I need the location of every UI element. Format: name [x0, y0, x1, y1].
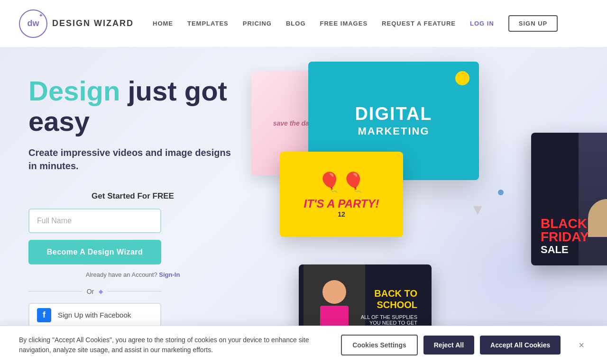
nav-blog[interactable]: BLOG — [286, 20, 306, 27]
nav-templates[interactable]: TEMPLATES — [187, 20, 229, 27]
cookie-close-button[interactable]: × — [575, 338, 588, 353]
cookies-settings-button[interactable]: Cookies Settings — [341, 335, 418, 355]
facebook-icon: f — [37, 308, 51, 322]
accept-cookies-button[interactable]: Accept All Cookies — [480, 336, 561, 355]
become-wizard-button[interactable]: Become A Design Wizard — [28, 240, 161, 264]
signup-form: Get Started For FREE Become A Design Wiz… — [28, 191, 237, 328]
monitor-inner: DIGITAL MARKETING — [345, 95, 441, 147]
cookie-buttons: Cookies Settings Reject All Accept All C… — [341, 335, 561, 355]
dot-decoration-blue — [498, 190, 504, 195]
marketing-title: MARKETING — [355, 125, 432, 137]
logo-text: DESIGN WIZARD — [52, 18, 134, 28]
or-text: Or — [87, 288, 94, 295]
nav-login[interactable]: LOG IN — [470, 20, 494, 27]
school-person-head — [322, 280, 346, 304]
hero-right: ▶ save the date ⚙ DIGITAL MARKETING — [261, 47, 607, 364]
monitor-dot — [455, 71, 469, 85]
hero-title: Design just got easy — [28, 76, 237, 136]
nav-home[interactable]: HOME — [153, 20, 173, 27]
cookie-banner: By clicking "Accept All Cookies", you ag… — [0, 326, 607, 364]
arrow-decoration: ▶ — [472, 206, 485, 215]
nav-free-images[interactable]: FREE IMAGES — [320, 20, 368, 27]
nav-pricing[interactable]: PRICING — [243, 20, 272, 27]
school-text: Back toSchool — [361, 288, 417, 310]
main-nav: HOME TEMPLATES PRICING BLOG FREE IMAGES … — [153, 15, 588, 32]
school-text-area: Back toSchool ALL OF THE SUPPLIESYOU NEE… — [361, 288, 422, 331]
full-name-input[interactable] — [28, 209, 161, 233]
nav-signup-button[interactable]: SIGN UP — [508, 15, 558, 32]
hero-subtitle: Create impressive videos and image desig… — [28, 146, 237, 173]
get-started-label: Get Started For FREE — [28, 191, 237, 201]
already-account-text: Already have an Account? Sign-In — [28, 271, 237, 278]
black-friday-card: BLACKFRIDAY SALE — [531, 133, 607, 265]
diamond-icon: ◆ — [99, 288, 103, 295]
party-title: IT'S A PARTY! — [304, 197, 379, 210]
design-showcase: ▶ save the date ⚙ DIGITAL MARKETING — [261, 47, 607, 364]
hero-section: Design just got easy Create impressive v… — [0, 47, 607, 364]
divider-line-right — [108, 291, 161, 291]
cookie-text: By clicking "Accept All Cookies", you ag… — [19, 335, 327, 355]
nav-request-feature[interactable]: REQUEST A FEATURE — [382, 20, 456, 27]
facebook-button-label: Sign Up with Facebook — [58, 311, 131, 319]
party-balloons-icon: 🎈🎈 — [318, 171, 365, 193]
sign-in-link[interactable]: Sign-In — [159, 271, 180, 278]
reject-cookies-button[interactable]: Reject All — [423, 336, 474, 355]
logo[interactable]: dw DESIGN WIZARD — [19, 9, 134, 38]
bf-tag-text: BLACKFRIDAY — [541, 217, 589, 244]
facebook-signup-button[interactable]: f Sign Up with Facebook — [28, 303, 161, 328]
hero-title-accent: Design — [28, 75, 120, 106]
hero-left: Design just got easy Create impressive v… — [0, 47, 261, 364]
logo-icon: dw — [19, 9, 47, 38]
bf-sale-text: SALE — [541, 244, 589, 256]
party-card: 🎈🎈 IT'S A PARTY! 12 — [280, 152, 403, 237]
or-divider: Or ◆ — [28, 288, 161, 295]
divider-line-left — [28, 291, 82, 291]
bf-text-area: BLACKFRIDAY SALE — [541, 217, 589, 256]
bf-person-head — [588, 199, 607, 237]
header: dw DESIGN WIZARD HOME TEMPLATES PRICING … — [0, 0, 607, 47]
digital-title: DIGITAL — [355, 105, 432, 123]
party-date: 12 — [338, 210, 345, 218]
